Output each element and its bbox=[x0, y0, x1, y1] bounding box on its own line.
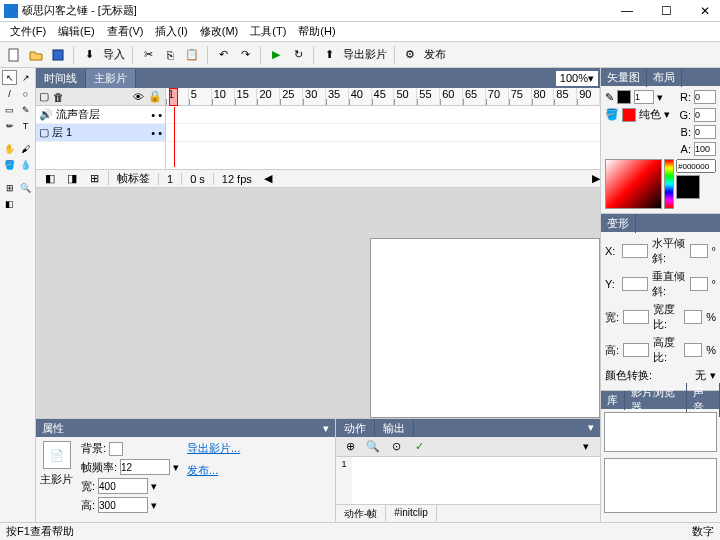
a-input[interactable] bbox=[694, 142, 716, 156]
minimize-button[interactable]: — bbox=[615, 4, 639, 18]
x-input[interactable] bbox=[622, 244, 648, 258]
select-tool-icon[interactable]: ↖ bbox=[2, 70, 17, 85]
rect-tool-icon[interactable]: ▭ bbox=[2, 102, 17, 117]
stage-area[interactable] bbox=[36, 188, 600, 418]
pencil-tool-icon[interactable]: ✏ bbox=[2, 118, 17, 133]
zoom-value[interactable]: 100% bbox=[560, 72, 588, 84]
frames-sound[interactable] bbox=[166, 106, 600, 124]
canvas[interactable] bbox=[370, 238, 600, 418]
color-picker[interactable] bbox=[605, 159, 662, 209]
import-icon[interactable]: ⬇ bbox=[79, 45, 99, 65]
import-label[interactable]: 导入 bbox=[101, 47, 127, 62]
main-toolbar: ⬇ 导入 ✂ ⎘ 📋 ↶ ↷ ▶ ↻ ⬆ 导出影片 ⚙ 发布 bbox=[0, 42, 720, 68]
add-action-icon[interactable]: ⊕ bbox=[340, 437, 360, 457]
undo-icon[interactable]: ↶ bbox=[213, 45, 233, 65]
height-input[interactable] bbox=[98, 497, 148, 513]
check-icon[interactable]: ✓ bbox=[409, 437, 429, 457]
tab-output[interactable]: 输出 bbox=[375, 419, 414, 437]
export-label[interactable]: 导出影片 bbox=[341, 47, 389, 62]
tab-vector[interactable]: 矢量图 bbox=[601, 68, 647, 87]
save-icon[interactable] bbox=[48, 45, 68, 65]
layer-sound[interactable]: 🔊流声音层•• bbox=[36, 106, 165, 124]
publish-icon[interactable]: ⚙ bbox=[400, 45, 420, 65]
oval-tool-icon[interactable]: ○ bbox=[18, 86, 33, 101]
redo-icon[interactable]: ↷ bbox=[235, 45, 255, 65]
hskew-input[interactable] bbox=[690, 244, 708, 258]
target-icon[interactable]: ⊙ bbox=[386, 437, 406, 457]
tab-main-movie[interactable]: 主影片 bbox=[86, 69, 136, 88]
hratio-input[interactable] bbox=[684, 343, 702, 357]
transform-tool-icon[interactable]: ⊞ bbox=[2, 180, 17, 195]
stroke-swatch[interactable] bbox=[617, 90, 631, 104]
bucket-tool-icon[interactable]: 🪣 bbox=[2, 157, 17, 172]
ftab-frame[interactable]: 动作-帧 bbox=[336, 505, 386, 522]
maximize-button[interactable]: ☐ bbox=[655, 4, 678, 18]
pen-tool-icon[interactable]: ✎ bbox=[18, 102, 33, 117]
line-tool-icon[interactable]: / bbox=[2, 86, 17, 101]
tab-timeline[interactable]: 时间线 bbox=[36, 69, 86, 88]
bg-swatch[interactable] bbox=[109, 442, 123, 456]
cut-icon[interactable]: ✂ bbox=[138, 45, 158, 65]
hand-tool-icon[interactable]: ✋ bbox=[2, 141, 17, 156]
menu-tools[interactable]: 工具(T) bbox=[244, 24, 292, 39]
tab-actions[interactable]: 动作 bbox=[336, 419, 375, 437]
hue-slider[interactable] bbox=[664, 159, 674, 209]
menu-insert[interactable]: 插入(I) bbox=[149, 24, 193, 39]
colortf-select[interactable]: 无 bbox=[695, 368, 706, 383]
add-layer-icon[interactable]: ▢ bbox=[39, 90, 49, 103]
export-link[interactable]: 导出影片... bbox=[187, 441, 240, 456]
dropper-tool-icon[interactable]: 💧 bbox=[18, 157, 33, 172]
onion2-icon[interactable]: ◨ bbox=[62, 169, 82, 189]
stroke-width-input[interactable] bbox=[634, 90, 654, 104]
width-input[interactable] bbox=[98, 478, 148, 494]
script-editor[interactable] bbox=[352, 457, 600, 504]
open-icon[interactable] bbox=[26, 45, 46, 65]
layer-1[interactable]: ▢层 1•• bbox=[36, 124, 165, 142]
text-tool-icon[interactable]: T bbox=[18, 118, 33, 133]
library-panel: 库影片浏览器声音 ▢📁ⓘ🗑 bbox=[601, 391, 720, 522]
menu-modify[interactable]: 修改(M) bbox=[194, 24, 245, 39]
brush-tool-icon[interactable]: 🖌 bbox=[18, 141, 33, 156]
th-input[interactable] bbox=[623, 343, 649, 357]
onion3-icon[interactable]: ⊞ bbox=[84, 169, 104, 189]
new-icon[interactable] bbox=[4, 45, 24, 65]
tab-layout[interactable]: 布局 bbox=[647, 68, 682, 87]
library-preview bbox=[604, 412, 717, 452]
tw-input[interactable] bbox=[623, 310, 649, 324]
fill-type[interactable]: 纯色 bbox=[639, 107, 661, 122]
menu-view[interactable]: 查看(V) bbox=[101, 24, 150, 39]
fps-input[interactable] bbox=[120, 459, 170, 475]
hex-input[interactable] bbox=[676, 159, 716, 173]
fill-swatch[interactable] bbox=[622, 108, 636, 122]
b-input[interactable] bbox=[694, 125, 716, 139]
expand-icon[interactable]: ▾ bbox=[576, 437, 596, 457]
refresh-icon[interactable]: ↻ bbox=[288, 45, 308, 65]
menu-edit[interactable]: 编辑(E) bbox=[52, 24, 101, 39]
frames-layer1[interactable] bbox=[166, 124, 600, 142]
copy-icon[interactable]: ⎘ bbox=[160, 45, 180, 65]
paste-icon[interactable]: 📋 bbox=[182, 45, 202, 65]
library-list[interactable] bbox=[604, 458, 717, 513]
eraser-tool-icon[interactable]: ◧ bbox=[2, 196, 17, 211]
publish-label[interactable]: 发布 bbox=[422, 47, 448, 62]
vskew-input[interactable] bbox=[690, 277, 708, 291]
find-action-icon[interactable]: 🔍 bbox=[363, 437, 383, 457]
y-input[interactable] bbox=[622, 277, 648, 291]
ftab-initclip[interactable]: #initclip bbox=[386, 505, 436, 522]
menu-help[interactable]: 帮助(H) bbox=[292, 24, 341, 39]
wratio-input[interactable] bbox=[684, 310, 702, 324]
g-input[interactable] bbox=[694, 108, 716, 122]
close-button[interactable]: ✕ bbox=[694, 4, 716, 18]
zoom-tool-icon[interactable]: 🔍 bbox=[18, 180, 33, 195]
r-input[interactable] bbox=[694, 90, 716, 104]
subselect-tool-icon[interactable]: ↗ bbox=[18, 70, 33, 85]
timeline-ruler[interactable]: 151015202530354045505560657075808590 bbox=[166, 88, 600, 106]
play-icon[interactable]: ▶ bbox=[266, 45, 286, 65]
menu-file[interactable]: 文件(F) bbox=[4, 24, 52, 39]
onion-icon[interactable]: ◧ bbox=[40, 169, 60, 189]
playhead[interactable] bbox=[169, 88, 178, 106]
publish-link[interactable]: 发布... bbox=[187, 463, 240, 478]
delete-layer-icon[interactable]: 🗑 bbox=[53, 91, 64, 103]
export-icon[interactable]: ⬆ bbox=[319, 45, 339, 65]
tab-library[interactable]: 库 bbox=[601, 391, 625, 410]
